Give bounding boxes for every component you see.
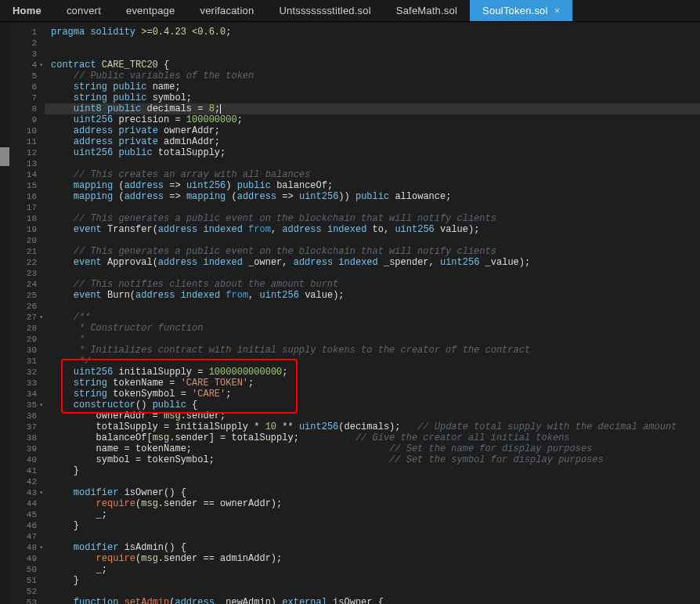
tab-convert[interactable]: convert [54, 0, 114, 21]
tab-verifacation[interactable]: verifacation [187, 0, 266, 21]
tab-bar: Home convert eventpage verifacation Unts… [0, 0, 700, 22]
line-gutter: 1234▾56789101112131415161718192021222324… [9, 22, 45, 604]
tab-safemath[interactable]: SafeMath.sol [384, 0, 470, 21]
close-icon[interactable]: × [554, 5, 561, 16]
editor: 1234▾56789101112131415161718192021222324… [0, 22, 700, 604]
code-area[interactable]: pragma solidity >=0.4.23 <0.6.0;contract… [45, 22, 700, 604]
tab-soultoken[interactable]: SoulToken.sol × [470, 0, 572, 21]
tab-untitled[interactable]: Untssssssstitled.sol [266, 0, 383, 21]
tab-home[interactable]: Home [0, 0, 54, 21]
tab-eventpage[interactable]: eventpage [114, 0, 188, 21]
side-handle[interactable] [0, 147, 9, 166]
side-strip [0, 22, 9, 604]
